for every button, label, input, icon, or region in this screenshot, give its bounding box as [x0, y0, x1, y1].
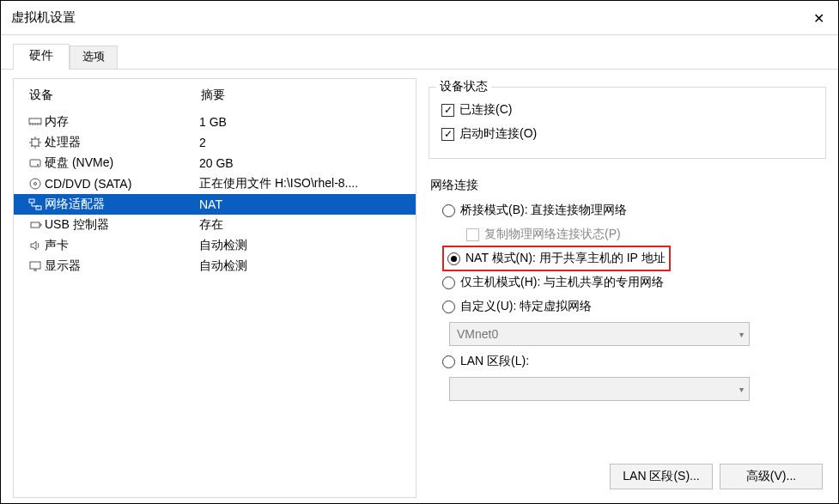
hardware-list-panel: 设备 摘要 内存 1 GB 处理器 2 硬盘 (NVMe) 20 GB CD/ [13, 78, 416, 498]
svg-point-4 [30, 179, 40, 189]
titlebar: 虚拟机设置 ✕ [1, 1, 838, 35]
hw-row-sound[interactable]: 声卡 自动检测 [14, 235, 416, 256]
radio-label: LAN 区段(L): [460, 354, 529, 369]
checkbox-connected[interactable]: ✓ 已连接(C) [441, 98, 813, 122]
display-icon [26, 259, 45, 273]
hw-name: 硬盘 (NVMe) [45, 155, 199, 171]
svg-rect-7 [36, 206, 41, 209]
hw-summary: 自动检测 [199, 258, 416, 274]
combo-value: VMnet0 [457, 327, 498, 341]
hw-row-cd[interactable]: CD/DVD (SATA) 正在使用文件 H:\ISO\rhel-8.... [14, 173, 416, 194]
tabstrip: 硬件 选项 [1, 35, 838, 70]
hw-row-network[interactable]: 网络适配器 NAT [14, 194, 416, 215]
button-row: LAN 区段(S)... 高级(V)... [610, 464, 823, 489]
hw-row-memory[interactable]: 内存 1 GB [14, 112, 416, 132]
combo-lan-segment: ▾ [449, 377, 750, 401]
radio-hostonly[interactable]: 仅主机模式(H): 与主机共享的专用网络 [442, 270, 826, 295]
combo-vmnet: VMnet0 ▾ [449, 322, 750, 346]
radio-label: 自定义(U): 特定虚拟网络 [460, 299, 592, 314]
radio-bridged[interactable]: 桥接模式(B): 直接连接物理网络 [442, 198, 826, 222]
checkbox-icon: ✓ [441, 104, 454, 117]
radio-label: 仅主机模式(H): 与主机共享的专用网络 [460, 275, 664, 290]
radio-lan-segment[interactable]: LAN 区段(L): [442, 349, 826, 373]
radio-custom[interactable]: 自定义(U): 特定虚拟网络 [442, 295, 826, 319]
close-icon: ✕ [813, 10, 824, 27]
sound-icon [26, 239, 45, 252]
col-header-device: 设备 [29, 88, 201, 103]
col-header-summary: 摘要 [201, 88, 407, 103]
radio-icon [442, 301, 455, 313]
hw-name: 处理器 [45, 135, 199, 150]
group-network-connection: 网络连接 桥接模式(B): 直接连接物理网络 复制物理网络连接状态(P) NAT… [429, 171, 826, 404]
svg-rect-8 [31, 222, 40, 228]
disc-icon [26, 177, 45, 191]
cpu-icon [26, 136, 45, 149]
svg-point-3 [37, 164, 39, 166]
hw-summary: 正在使用文件 H:\ISO\rhel-8.... [199, 176, 416, 191]
svg-rect-1 [32, 139, 39, 146]
group-title-network: 网络连接 [430, 178, 826, 193]
checkbox-replicate-state: 复制物理网络连接状态(P) [466, 222, 826, 246]
highlight-annotation: NAT 模式(N): 用于共享主机的 IP 地址 [442, 246, 671, 271]
memory-icon [26, 115, 45, 129]
tab-hardware[interactable]: 硬件 [13, 44, 70, 69]
hw-name: CD/DVD (SATA) [45, 177, 199, 191]
chevron-down-icon: ▾ [739, 385, 744, 394]
radio-icon [442, 276, 455, 289]
close-button[interactable]: ✕ [799, 1, 838, 35]
hw-name: 显示器 [45, 258, 199, 274]
hw-name: 内存 [45, 114, 199, 130]
chevron-down-icon: ▾ [739, 330, 744, 339]
hw-row-disk[interactable]: 硬盘 (NVMe) 20 GB [14, 153, 416, 173]
radio-label: 桥接模式(B): 直接连接物理网络 [460, 203, 627, 218]
window-title: 虚拟机设置 [11, 9, 76, 26]
hardware-list: 内存 1 GB 处理器 2 硬盘 (NVMe) 20 GB CD/DVD (SA… [14, 112, 416, 497]
checkbox-label: 已连接(C) [459, 102, 512, 118]
hw-summary: 自动检测 [199, 238, 416, 253]
hw-summary: 1 GB [199, 115, 416, 129]
advanced-button[interactable]: 高级(V)... [720, 464, 823, 489]
hw-summary: 20 GB [199, 156, 416, 170]
disk-icon [26, 156, 45, 170]
hw-summary: 2 [199, 136, 416, 149]
checkbox-connect-at-poweron[interactable]: ✓ 启动时连接(O) [441, 122, 813, 146]
checkbox-icon: ✓ [441, 128, 454, 141]
radio-icon [442, 355, 455, 368]
svg-rect-0 [29, 118, 41, 124]
checkbox-label: 复制物理网络连接状态(P) [484, 227, 621, 242]
hw-summary: 存在 [199, 217, 416, 233]
checkbox-icon [466, 228, 479, 241]
hw-name: 声卡 [45, 238, 199, 253]
radio-icon [447, 252, 460, 265]
svg-rect-9 [30, 262, 40, 269]
lan-segments-button[interactable]: LAN 区段(S)... [610, 464, 713, 489]
hw-name: USB 控制器 [45, 217, 199, 233]
checkbox-label: 启动时连接(O) [459, 126, 537, 142]
hw-row-cpu[interactable]: 处理器 2 [14, 132, 416, 153]
hw-row-usb[interactable]: USB 控制器 存在 [14, 215, 416, 235]
hw-row-display[interactable]: 显示器 自动检测 [14, 256, 416, 276]
group-title-status: 设备状态 [436, 79, 491, 94]
tab-options[interactable]: 选项 [70, 46, 118, 69]
svg-rect-2 [30, 160, 40, 167]
device-settings-panel: 设备状态 ✓ 已连接(C) ✓ 启动时连接(O) 网络连接 桥接模式(B): 直… [429, 78, 826, 498]
group-device-status: 设备状态 ✓ 已连接(C) ✓ 启动时连接(O) [429, 87, 826, 159]
hw-summary: NAT [199, 197, 416, 211]
content: 设备 摘要 内存 1 GB 处理器 2 硬盘 (NVMe) 20 GB CD/ [1, 70, 838, 504]
network-icon [26, 197, 45, 211]
radio-nat[interactable]: NAT 模式(N): 用于共享主机的 IP 地址 [442, 246, 826, 270]
radio-icon [442, 204, 455, 217]
usb-icon [26, 218, 45, 232]
svg-point-5 [34, 183, 37, 185]
hardware-list-header: 设备 摘要 [14, 79, 416, 112]
hw-name: 网络适配器 [45, 197, 199, 212]
radio-label: NAT 模式(N): 用于共享主机的 IP 地址 [465, 251, 666, 266]
svg-rect-6 [29, 199, 34, 203]
